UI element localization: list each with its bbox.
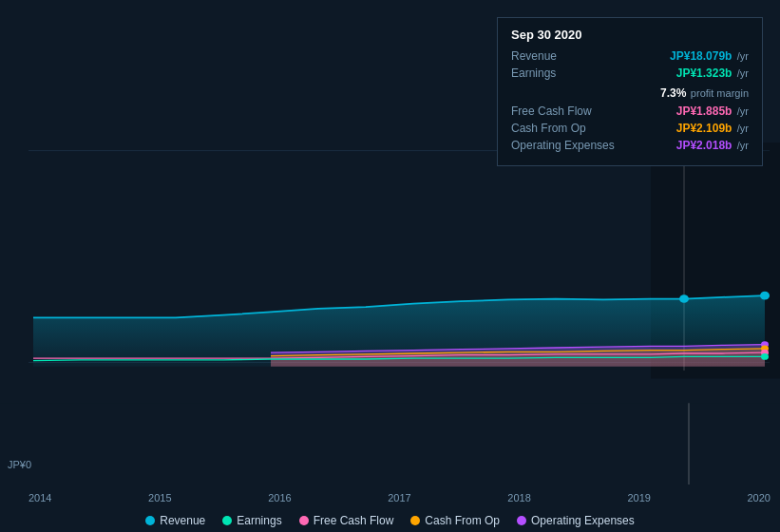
- tooltip-row-cashop: Cash From Op JP¥2.109b /yr: [511, 122, 749, 135]
- x-label-2015: 2015: [148, 492, 171, 504]
- legend-item-revenue[interactable]: Revenue: [145, 514, 205, 527]
- legend-item-fcf[interactable]: Free Cash Flow: [299, 514, 394, 527]
- x-label-2019: 2019: [627, 492, 650, 504]
- legend-label-fcf: Free Cash Flow: [314, 514, 394, 527]
- legend-dot-fcf: [299, 516, 309, 525]
- tooltip-date: Sep 30 2020: [511, 28, 749, 42]
- tooltip-value-cashop: JP¥2.109b /yr: [676, 122, 749, 135]
- x-label-2017: 2017: [388, 492, 410, 504]
- tooltip-value-fcf: JP¥1.885b /yr: [676, 104, 749, 118]
- legend-label-cashop: Cash From Op: [425, 514, 500, 527]
- tooltip-label-opex: Operating Expenses: [511, 139, 625, 152]
- tooltip-row-fcf: Free Cash Flow JP¥1.885b /yr: [511, 104, 749, 118]
- tooltip-label-earnings: Earnings: [511, 66, 625, 80]
- tooltip-row-revenue: Revenue JP¥18.079b /yr: [511, 49, 749, 63]
- tooltip-label-revenue: Revenue: [511, 49, 625, 63]
- legend-item-opex[interactable]: Operating Expenses: [517, 514, 635, 527]
- legend-label-earnings: Earnings: [237, 514, 281, 527]
- legend-dot-opex: [517, 516, 526, 525]
- x-label-2014: 2014: [29, 492, 51, 504]
- tooltip-value-revenue: JP¥18.079b /yr: [670, 49, 749, 63]
- tooltip-row-opex: Operating Expenses JP¥2.018b /yr: [511, 139, 749, 152]
- legend-label-opex: Operating Expenses: [531, 514, 635, 527]
- x-label-2020: 2020: [747, 492, 770, 504]
- x-label-2016: 2016: [268, 492, 291, 504]
- tooltip-value-earnings: JP¥1.323b /yr: [676, 66, 749, 80]
- revenue-end-dot: [760, 292, 770, 300]
- legend-dot-cashop: [410, 516, 420, 525]
- revenue-dot: [679, 294, 689, 303]
- tooltip-label-fcf: Free Cash Flow: [511, 104, 625, 118]
- earnings-end-dot: [761, 353, 769, 360]
- tooltip-margin-value: 7.3% profit margin: [656, 84, 749, 101]
- legend: Revenue Earnings Free Cash Flow Cash Fro…: [0, 514, 780, 527]
- x-label-2018: 2018: [507, 492, 530, 504]
- tooltip-row-earnings: Earnings JP¥1.323b /yr: [511, 66, 749, 80]
- legend-dot-earnings: [222, 516, 232, 525]
- x-axis: 2014 2015 2016 2017 2018 2019 2020: [29, 492, 770, 504]
- legend-dot-revenue: [145, 516, 155, 525]
- tooltip: Sep 30 2020 Revenue JP¥18.079b /yr Earni…: [497, 17, 763, 166]
- tooltip-label-cashop: Cash From Op: [511, 122, 625, 135]
- legend-item-earnings[interactable]: Earnings: [222, 514, 281, 527]
- chart-container: Sep 30 2020 Revenue JP¥18.079b /yr Earni…: [0, 0, 780, 532]
- chart-svg: [0, 142, 780, 484]
- tooltip-row-margin: 7.3% profit margin: [511, 84, 749, 101]
- legend-label-revenue: Revenue: [160, 514, 205, 527]
- legend-item-cashop[interactable]: Cash From Op: [410, 514, 500, 527]
- tooltip-value-opex: JP¥2.018b /yr: [676, 139, 749, 152]
